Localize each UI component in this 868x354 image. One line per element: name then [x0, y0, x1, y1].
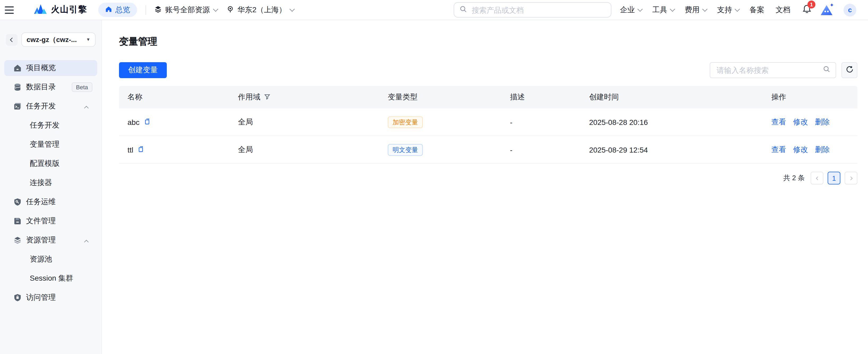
- menu-tools[interactable]: 工具: [652, 5, 674, 14]
- chevron-down-icon: [735, 6, 740, 12]
- menu-icp[interactable]: 备案: [749, 5, 765, 14]
- delete-link[interactable]: 删除: [815, 117, 830, 127]
- notification-bell[interactable]: 1: [802, 4, 812, 16]
- refresh-icon: [845, 65, 854, 75]
- toolbar: 创建变量: [119, 62, 857, 78]
- refresh-button[interactable]: [841, 62, 857, 78]
- layers-icon: [13, 236, 22, 244]
- sidebar-nav: 项目概览 数据目录 Beta 任务开发 任务: [0, 60, 101, 306]
- pagination-next-button[interactable]: [845, 172, 857, 184]
- chevron-down-icon: [702, 6, 708, 12]
- column-header-scope: 作用域: [238, 92, 388, 102]
- variable-name: abc: [127, 118, 140, 126]
- delete-link[interactable]: 删除: [815, 145, 830, 154]
- sidebar-item-variable-management[interactable]: 变量管理: [4, 137, 97, 152]
- brand-name: 火山引擎: [51, 4, 87, 16]
- chevron-down-icon: [670, 6, 675, 12]
- chevron-up-icon: [86, 236, 89, 244]
- variables-table: 名称 作用域 变量类型 描述 创建时间 操作 abc: [119, 86, 857, 164]
- brand-logo[interactable]: 火山引擎: [33, 3, 87, 17]
- create-variable-button[interactable]: 创建变量: [119, 62, 167, 78]
- volcano-logo-icon: [33, 3, 47, 17]
- sidebar-item-task-ops[interactable]: 任务运维: [4, 194, 97, 210]
- chevron-right-icon: [848, 176, 852, 180]
- sidebar-item-task-development[interactable]: 任务开发: [4, 117, 97, 134]
- shield-lock-icon: [13, 293, 22, 302]
- home-icon: [105, 6, 112, 14]
- variable-type-tag: 加密变量: [388, 116, 423, 128]
- variable-scope: 全局: [238, 117, 388, 127]
- tab-overview[interactable]: 总览: [98, 3, 137, 17]
- pagination: 共 2 条 1: [119, 172, 857, 184]
- column-header-description: 描述: [510, 92, 589, 102]
- project-selector[interactable]: cwz-gz（cwz-... ▼: [21, 32, 96, 47]
- app-root: 火山引擎 总览 账号全部资源 华东2（上海）: [0, 0, 868, 354]
- column-header-actions: 操作: [771, 92, 849, 102]
- ai-assistant-icon[interactable]: ✦: [821, 3, 834, 16]
- account-scope-selector[interactable]: 账号全部资源: [154, 5, 217, 14]
- sidebar-group-task-development[interactable]: 任务开发: [4, 98, 97, 114]
- sidebar-item-access-management[interactable]: 访问管理: [4, 290, 97, 306]
- pagination-total: 共 2 条: [783, 173, 805, 183]
- location-pin-icon: [226, 5, 234, 14]
- variable-name: ttl: [127, 145, 133, 154]
- global-search-box[interactable]: [454, 2, 612, 18]
- table-row: abc 全局 加密变量 - 2025-08-28 20:16 查看 修改 删除: [119, 109, 857, 136]
- caret-down-icon: ▼: [86, 37, 90, 42]
- copy-icon[interactable]: [143, 118, 150, 126]
- sidebar-item-connector[interactable]: 连接器: [4, 175, 97, 191]
- sidebar-item-data-catalog[interactable]: 数据目录 Beta: [4, 79, 97, 95]
- chevron-up-icon: [86, 102, 89, 111]
- shield-wrench-icon: [13, 198, 22, 206]
- chevron-down-icon: [289, 6, 295, 12]
- page-title: 变量管理: [119, 35, 857, 48]
- table-search-input[interactable]: [716, 65, 820, 75]
- edit-link[interactable]: 修改: [793, 117, 808, 127]
- chevron-down-icon: [638, 6, 643, 12]
- pagination-page-1[interactable]: 1: [828, 172, 840, 184]
- beta-badge: Beta: [72, 82, 92, 92]
- table-search-box[interactable]: [710, 62, 836, 78]
- menu-docs[interactable]: 文档: [776, 5, 790, 14]
- table-header-row: 名称 作用域 变量类型 描述 创建时间 操作: [119, 86, 857, 109]
- column-header-name: 名称: [127, 92, 238, 102]
- pagination-prev-button[interactable]: [811, 172, 824, 184]
- sidebar-item-file-management[interactable]: 文件管理: [4, 213, 97, 229]
- sidebar-item-config-template[interactable]: 配置模版: [4, 156, 97, 172]
- menu-enterprise[interactable]: 企业: [620, 5, 641, 14]
- avatar[interactable]: c: [843, 3, 856, 16]
- table-row: ttl 全局 明文变量 - 2025-08-29 12:54 查看 修改 删除: [119, 136, 857, 164]
- column-header-created: 创建时间: [589, 92, 771, 102]
- view-link[interactable]: 查看: [771, 117, 786, 127]
- chevron-left-icon: [816, 176, 819, 180]
- topbar: 火山引擎 总览 账号全部资源 华东2（上海）: [0, 0, 868, 20]
- search-icon: [460, 5, 467, 14]
- floppy-icon: [13, 217, 22, 225]
- notification-badge: 1: [807, 0, 815, 8]
- divider: [146, 5, 146, 14]
- database-icon: [13, 83, 22, 91]
- sidebar-group-resource-management[interactable]: 资源管理: [4, 232, 97, 248]
- variable-created-time: 2025-08-28 20:16: [589, 118, 771, 126]
- sidebar-item-resource-pool[interactable]: 资源池: [4, 252, 97, 267]
- global-search-input[interactable]: [471, 5, 606, 14]
- variable-scope: 全局: [238, 145, 388, 154]
- filter-icon[interactable]: [264, 93, 270, 101]
- copy-icon[interactable]: [137, 145, 144, 154]
- menu-billing[interactable]: 费用: [685, 5, 706, 14]
- region-selector[interactable]: 华东2（上海）: [226, 5, 293, 14]
- search-icon: [823, 65, 830, 75]
- sidebar-item-project-overview[interactable]: 项目概览: [4, 60, 97, 76]
- sidebar-item-session-cluster[interactable]: Session 集群: [4, 270, 97, 287]
- sidebar: cwz-gz（cwz-... ▼ 项目概览 数据目录 Beta: [0, 20, 102, 354]
- edit-link[interactable]: 修改: [793, 145, 808, 154]
- hamburger-menu-icon[interactable]: [5, 2, 21, 18]
- terminal-icon: [13, 102, 22, 111]
- back-button[interactable]: [6, 34, 18, 46]
- variable-created-time: 2025-08-29 12:54: [589, 145, 771, 154]
- home-icon: [13, 64, 22, 72]
- view-link[interactable]: 查看: [771, 145, 786, 154]
- menu-support[interactable]: 支持: [717, 5, 738, 14]
- column-header-type: 变量类型: [388, 92, 510, 102]
- variable-description: -: [510, 118, 589, 126]
